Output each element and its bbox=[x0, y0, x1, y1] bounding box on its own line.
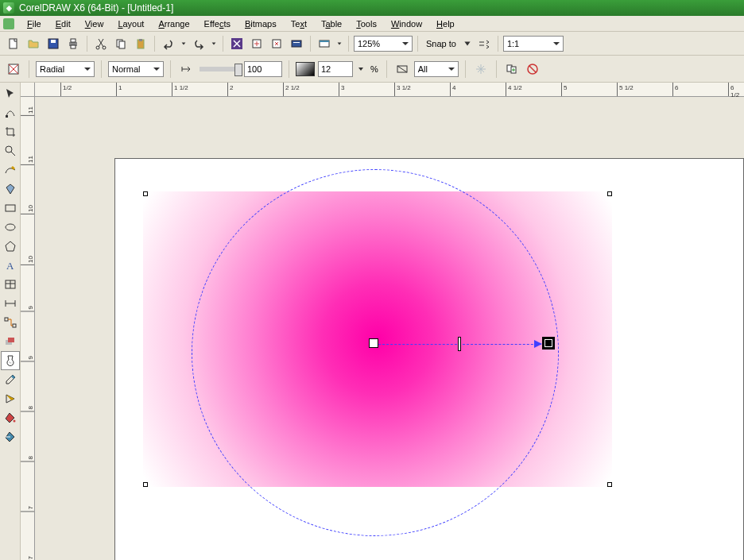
menu-effects[interactable]: Effects bbox=[198, 17, 237, 30]
angle-dropdown[interactable] bbox=[356, 60, 366, 78]
shape-tool[interactable] bbox=[1, 103, 20, 122]
copy-button[interactable] bbox=[112, 35, 130, 52]
opacity-slider[interactable] bbox=[200, 67, 239, 71]
svg-rect-26 bbox=[6, 205, 15, 211]
zoom-tool[interactable] bbox=[1, 141, 20, 160]
svg-point-27 bbox=[6, 224, 15, 230]
smart-fill-tool[interactable] bbox=[1, 180, 20, 199]
zoom-dropdown[interactable]: 125% bbox=[354, 36, 413, 52]
svg-rect-31 bbox=[13, 324, 16, 327]
menu-layout[interactable]: Layout bbox=[111, 17, 150, 30]
publish-button[interactable] bbox=[288, 35, 305, 52]
menu-file[interactable]: File bbox=[21, 17, 48, 30]
property-bar: Radial Normal 100 12 % All bbox=[0, 56, 744, 83]
ratio-dropdown[interactable]: 1:1 bbox=[503, 36, 564, 52]
standard-toolbar: 125% Snap to 1:1 bbox=[0, 32, 744, 56]
gradient-midpoint-slider[interactable] bbox=[458, 337, 461, 351]
svg-point-34 bbox=[13, 420, 15, 423]
print-button[interactable] bbox=[64, 35, 82, 52]
workspace: A 1/2 1 1 1/2 2 2 1/2 3 3 1/2 4 4 1/2 5 … bbox=[0, 83, 744, 560]
gradient-end-node[interactable] bbox=[544, 338, 553, 348]
svg-point-7 bbox=[103, 46, 106, 49]
selection-handle-sw[interactable] bbox=[143, 482, 148, 487]
cut-button[interactable] bbox=[92, 35, 110, 52]
blend-mode-dropdown[interactable]: Normal bbox=[108, 61, 164, 77]
angle-input[interactable]: 12 bbox=[318, 61, 353, 77]
svg-point-6 bbox=[96, 46, 99, 49]
menu-tools[interactable]: Tools bbox=[350, 17, 383, 30]
doc-logo-icon bbox=[3, 18, 14, 29]
freeze-button[interactable] bbox=[472, 60, 490, 78]
paste-button[interactable] bbox=[132, 35, 149, 52]
text-tool[interactable]: A bbox=[1, 256, 20, 275]
gradient-control-line[interactable] bbox=[374, 344, 549, 345]
selection-handle-ne[interactable] bbox=[607, 191, 612, 196]
app-logo-icon: ◆ bbox=[3, 2, 14, 14]
snap-dropdown[interactable] bbox=[462, 35, 473, 52]
menu-view[interactable]: View bbox=[79, 17, 110, 30]
svg-point-25 bbox=[6, 146, 12, 153]
redo-dropdown[interactable] bbox=[210, 35, 218, 52]
menu-bitmaps[interactable]: Bitmaps bbox=[238, 17, 283, 30]
launcher-dropdown[interactable] bbox=[335, 35, 343, 52]
svg-rect-16 bbox=[293, 42, 300, 43]
transparency-preset-button[interactable] bbox=[5, 60, 22, 78]
svg-rect-18 bbox=[320, 41, 329, 42]
svg-rect-4 bbox=[71, 39, 76, 42]
interactive-fill-tool[interactable] bbox=[1, 427, 20, 446]
menu-edit[interactable]: Edit bbox=[49, 17, 77, 30]
svg-rect-5 bbox=[71, 45, 76, 48]
svg-rect-2 bbox=[51, 40, 56, 43]
eyedropper-tool[interactable] bbox=[1, 370, 20, 389]
launcher-button[interactable] bbox=[316, 35, 333, 52]
selection-handle-nw[interactable] bbox=[143, 191, 148, 196]
new-button[interactable] bbox=[5, 35, 22, 52]
table-tool[interactable] bbox=[1, 275, 20, 294]
menu-arrange[interactable]: Arrange bbox=[152, 17, 196, 30]
ruler-horizontal[interactable]: 1/2 1 1 1/2 2 2 1/2 3 3 1/2 4 4 1/2 5 5 … bbox=[35, 83, 744, 97]
snap-options-button[interactable] bbox=[475, 35, 493, 52]
menu-text[interactable]: Text bbox=[285, 17, 313, 30]
undo-button[interactable] bbox=[160, 35, 177, 52]
selection-handle-se[interactable] bbox=[607, 482, 612, 487]
menu-table[interactable]: Table bbox=[315, 17, 348, 30]
fill-type-dropdown[interactable]: Radial bbox=[36, 61, 95, 77]
transparency-direction-button[interactable] bbox=[177, 60, 195, 78]
menu-bar: File Edit View Layout Arrange Effects Bi… bbox=[0, 16, 744, 32]
undo-dropdown[interactable] bbox=[180, 35, 188, 52]
outline-tool[interactable] bbox=[1, 389, 20, 408]
ruler-vertical[interactable]: 11 11 10 10 9 9 8 8 7 7 bbox=[21, 97, 35, 560]
svg-rect-11 bbox=[139, 39, 142, 41]
apply-target-icon bbox=[393, 60, 411, 78]
menu-help[interactable]: Help bbox=[430, 17, 461, 30]
connector-tool[interactable] bbox=[1, 313, 20, 332]
ellipse-tool[interactable] bbox=[1, 218, 20, 237]
ruler-origin[interactable] bbox=[21, 83, 35, 97]
export-button[interactable] bbox=[268, 35, 285, 52]
save-button[interactable] bbox=[45, 35, 62, 52]
effects-tool[interactable] bbox=[1, 332, 20, 351]
open-button[interactable] bbox=[25, 35, 42, 52]
svg-rect-33 bbox=[8, 338, 14, 342]
crop-tool[interactable] bbox=[1, 122, 20, 141]
polygon-tool[interactable] bbox=[1, 237, 20, 256]
apply-scope-dropdown[interactable]: All bbox=[414, 61, 459, 77]
search-button[interactable] bbox=[228, 35, 246, 52]
menu-window[interactable]: Window bbox=[385, 17, 428, 30]
canvas-area[interactable]: 1/2 1 1 1/2 2 2 1/2 3 3 1/2 4 4 1/2 5 5 … bbox=[21, 83, 744, 560]
svg-text:A: A bbox=[6, 260, 14, 272]
freehand-tool[interactable] bbox=[1, 160, 20, 180]
clear-transparency-button[interactable] bbox=[524, 60, 541, 78]
import-button[interactable] bbox=[248, 35, 265, 52]
copy-transparency-button[interactable] bbox=[503, 60, 521, 78]
opacity-input[interactable]: 100 bbox=[244, 61, 282, 77]
fill-tool[interactable] bbox=[1, 408, 20, 427]
pick-tool[interactable] bbox=[1, 84, 20, 103]
redo-button[interactable] bbox=[190, 35, 207, 52]
dimension-tool[interactable] bbox=[1, 294, 20, 313]
transparency-tool[interactable] bbox=[1, 351, 20, 370]
snap-label: Snap to bbox=[423, 39, 459, 48]
svg-rect-9 bbox=[119, 41, 125, 48]
gradient-start-node[interactable] bbox=[369, 338, 378, 348]
rectangle-tool[interactable] bbox=[1, 199, 20, 218]
